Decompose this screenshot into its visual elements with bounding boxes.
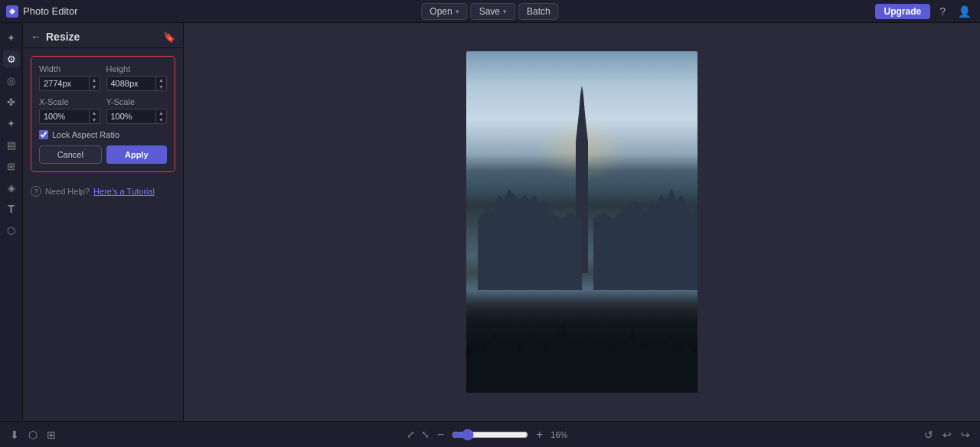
save-button[interactable]: Save ▾ (471, 3, 515, 20)
user-button[interactable]: 👤 (955, 4, 974, 19)
bottom-export-icon[interactable]: ⬡ (26, 426, 40, 443)
tool-brush[interactable]: ⬡ (3, 222, 20, 239)
x-scale-up-button[interactable]: ▲ (90, 109, 100, 116)
building-right (593, 171, 697, 290)
panel-header: ← Resize 🔖 (23, 23, 183, 48)
fit-height-icon[interactable]: ⤡ (421, 429, 430, 440)
x-scale-spinners: ▲ ▼ (89, 109, 100, 123)
width-down-button[interactable]: ▼ (90, 83, 100, 90)
panel-back-button[interactable]: ← (31, 31, 41, 43)
y-scale-input[interactable] (107, 109, 156, 123)
tool-transform[interactable]: ✤ (3, 93, 20, 110)
photo-canvas (466, 51, 697, 393)
height-spinners: ▲ ▼ (155, 77, 166, 90)
bottom-bar: ⬇ ⬡ ⊞ ⤢ ⤡ − + 16% ↺ ↩ ↪ (0, 421, 980, 447)
height-input[interactable] (107, 77, 156, 90)
bottom-left: ⬇ ⬡ ⊞ (8, 426, 58, 443)
topbar-right: Upgrade ? 👤 (875, 4, 974, 19)
building-left (478, 171, 582, 290)
bottom-import-icon[interactable]: ⬇ (8, 426, 21, 443)
width-label: Width (39, 64, 100, 73)
width-input[interactable] (40, 77, 89, 90)
help-tutorial-link[interactable]: Here's a Tutorial (93, 187, 155, 196)
height-input-wrapper: ▲ ▼ (106, 76, 168, 91)
zoom-slider[interactable] (452, 429, 528, 441)
tool-eye[interactable]: ◎ (3, 72, 20, 89)
x-scale-label: X-Scale (39, 97, 100, 106)
help-icon: ? (31, 186, 41, 197)
reset-icon[interactable]: ↺ (922, 426, 936, 443)
open-button[interactable]: Open ▾ (421, 3, 467, 20)
x-scale-group: X-Scale ▲ ▼ (39, 97, 100, 124)
resize-form: Width ▲ ▼ Height ▲ (31, 56, 175, 172)
tool-layers[interactable]: ▤ (3, 136, 20, 153)
lock-aspect-checkbox[interactable] (39, 130, 48, 139)
dimension-row: Width ▲ ▼ Height ▲ (39, 64, 167, 91)
tool-cursor[interactable]: ✦ (3, 29, 20, 46)
y-scale-down-button[interactable]: ▼ (156, 116, 166, 123)
app-logo: Photo Editor (6, 5, 78, 18)
left-toolbar: ✦ ⚙ ◎ ✤ ✦ ▤ ⊞ ◈ T ⬡ (0, 23, 23, 421)
x-scale-input[interactable] (40, 109, 89, 123)
save-chevron-icon: ▾ (503, 8, 507, 15)
topbar-center-actions: Open ▾ Save ▾ Batch (421, 3, 558, 20)
width-up-button[interactable]: ▲ (90, 77, 100, 83)
batch-button[interactable]: Batch (518, 3, 559, 20)
y-scale-input-wrapper: ▲ ▼ (106, 109, 168, 124)
photo-container (466, 51, 697, 393)
height-down-button[interactable]: ▼ (156, 83, 166, 90)
help-button[interactable]: ? (936, 4, 949, 19)
bookmark-icon[interactable]: 🔖 (163, 31, 175, 43)
x-scale-down-button[interactable]: ▼ (90, 116, 100, 123)
tool-shapes[interactable]: ◈ (3, 179, 20, 196)
undo-icon[interactable]: ↩ (940, 426, 954, 443)
zoom-in-button[interactable]: + (534, 426, 544, 443)
resize-panel: ← Resize 🔖 Width ▲ ▼ Heigh (23, 23, 184, 421)
tool-adjustments[interactable]: ⚙ (3, 51, 20, 67)
fit-width-icon[interactable]: ⤢ (407, 429, 415, 440)
zoom-level: 16% (550, 430, 573, 439)
panel-title: Resize (46, 31, 158, 43)
app-icon (6, 5, 18, 18)
x-scale-input-wrapper: ▲ ▼ (39, 109, 100, 124)
app-title: Photo Editor (23, 5, 78, 17)
help-prefix: Need Help? (45, 187, 90, 196)
tool-objects[interactable]: ⊞ (3, 158, 20, 175)
height-label: Height (106, 64, 168, 73)
bottom-center: ⤢ ⤡ − + 16% (63, 426, 917, 443)
tool-text[interactable]: T (3, 201, 20, 217)
width-input-wrapper: ▲ ▼ (39, 76, 100, 91)
y-scale-label: Y-Scale (106, 97, 168, 106)
zoom-out-button[interactable]: − (436, 426, 446, 443)
scale-row: X-Scale ▲ ▼ Y-Scale ▲ (39, 97, 167, 124)
height-group: Height ▲ ▼ (106, 64, 168, 91)
bottom-right: ↺ ↩ ↪ (922, 426, 972, 443)
lock-aspect-label[interactable]: Lock Aspect Ratio (52, 130, 119, 139)
apply-button[interactable]: Apply (106, 145, 168, 164)
main-area: ✦ ⚙ ◎ ✤ ✦ ▤ ⊞ ◈ T ⬡ ← Resize 🔖 Width (0, 23, 980, 421)
open-chevron-icon: ▾ (456, 8, 459, 15)
help-row: ? Need Help? Here's a Tutorial (23, 180, 183, 203)
cancel-button[interactable]: Cancel (39, 145, 102, 164)
canvas-area[interactable] (184, 23, 980, 421)
bottom-grid-icon[interactable]: ⊞ (44, 426, 58, 443)
width-group: Width ▲ ▼ (39, 64, 100, 91)
upgrade-button[interactable]: Upgrade (875, 4, 931, 19)
action-buttons-row: Cancel Apply (39, 145, 167, 164)
redo-icon[interactable]: ↪ (959, 426, 972, 443)
y-scale-group: Y-Scale ▲ ▼ (106, 97, 168, 124)
height-up-button[interactable]: ▲ (156, 77, 166, 83)
width-spinners: ▲ ▼ (89, 77, 100, 90)
lock-aspect-row: Lock Aspect Ratio (39, 130, 167, 139)
tool-effects[interactable]: ✦ (3, 115, 20, 132)
topbar: Photo Editor Open ▾ Save ▾ Batch Upgrade… (0, 0, 980, 23)
y-scale-up-button[interactable]: ▲ (156, 109, 166, 116)
y-scale-spinners: ▲ ▼ (155, 109, 166, 123)
